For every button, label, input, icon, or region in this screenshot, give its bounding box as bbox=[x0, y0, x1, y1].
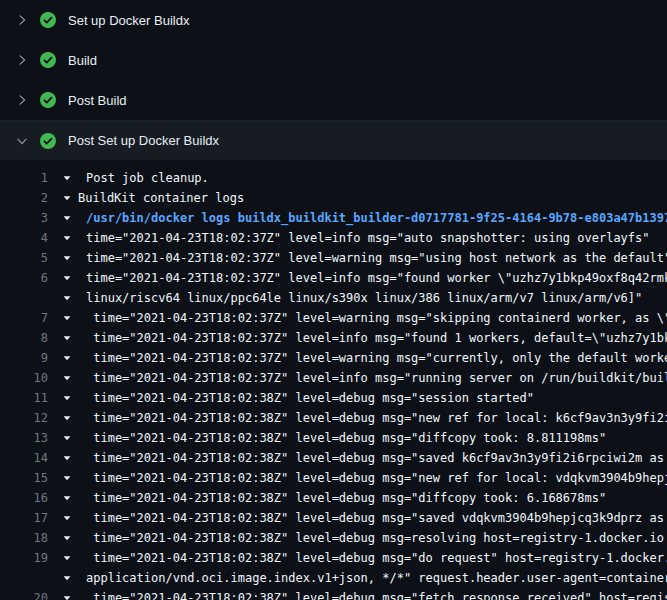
log-line-number[interactable]: 19 bbox=[0, 548, 48, 568]
chevron-right-icon bbox=[14, 52, 30, 68]
log-section-header[interactable]: Build bbox=[0, 40, 667, 80]
section-label: Post Set up Docker Buildx bbox=[68, 133, 219, 148]
log-line-text: time="2021-04-23T18:02:38Z" level=debug … bbox=[86, 588, 667, 600]
log-line: linux/riscv64 linux/ppc64le linux/s390x … bbox=[0, 288, 667, 308]
log-line-number[interactable]: 11 bbox=[0, 388, 48, 408]
log-line-number[interactable]: 16 bbox=[0, 488, 48, 508]
check-circle-icon bbox=[40, 133, 56, 149]
check-circle-icon bbox=[40, 92, 56, 108]
log-line: 10 time="2021-04-23T18:02:37Z" level=inf… bbox=[0, 368, 667, 388]
log-section-header[interactable]: Post Set up Docker Buildx bbox=[0, 120, 667, 160]
log-line: 11 time="2021-04-23T18:02:38Z" level=deb… bbox=[0, 388, 667, 408]
log-line-number[interactable]: 20 bbox=[0, 588, 48, 600]
chevron-right-icon bbox=[14, 92, 30, 108]
log-line-text: time="2021-04-23T18:02:37Z" level=info m… bbox=[86, 228, 650, 248]
log-line-number[interactable]: 5 bbox=[0, 248, 48, 268]
section-label: Build bbox=[68, 53, 97, 68]
log-line-number[interactable]: 15 bbox=[0, 468, 48, 488]
log-line-text: time="2021-04-23T18:02:38Z" level=debug … bbox=[86, 468, 667, 488]
log-line: 3 /usr/bin/docker logs buildx_buildkit_b… bbox=[0, 208, 667, 228]
log-line: 2 BuildKit container logs bbox=[0, 188, 667, 208]
log-group-caret-icon[interactable] bbox=[62, 353, 72, 363]
log-group-caret-icon[interactable] bbox=[62, 413, 72, 423]
log-line-text: time="2021-04-23T18:02:38Z" level=debug … bbox=[86, 428, 606, 448]
log-line-text: time="2021-04-23T18:02:37Z" level=warnin… bbox=[86, 248, 667, 268]
check-circle-icon bbox=[40, 12, 56, 28]
log-line-number[interactable]: 8 bbox=[0, 328, 48, 348]
log-line: 9 time="2021-04-23T18:02:37Z" level=warn… bbox=[0, 348, 667, 368]
log-line-number[interactable]: 3 bbox=[0, 208, 48, 228]
workflow-log-viewer: Set up Docker Buildx Build P bbox=[0, 0, 667, 600]
log-line: 17 time="2021-04-23T18:02:38Z" level=deb… bbox=[0, 508, 667, 528]
log-line-text: time="2021-04-23T18:02:38Z" level=debug … bbox=[86, 448, 667, 468]
log-line-number[interactable]: 2 bbox=[0, 188, 48, 208]
log-line-number[interactable]: 18 bbox=[0, 528, 48, 548]
chevron-down-icon bbox=[14, 133, 30, 149]
log-line-text: time="2021-04-23T18:02:38Z" level=debug … bbox=[86, 388, 534, 408]
log-group-caret-icon[interactable] bbox=[62, 293, 72, 303]
log-group-caret-icon[interactable] bbox=[62, 333, 72, 343]
section-label: Post Build bbox=[68, 93, 127, 108]
log-line: 15 time="2021-04-23T18:02:38Z" level=deb… bbox=[0, 468, 667, 488]
log-line-number[interactable]: 13 bbox=[0, 428, 48, 448]
log-line-text: time="2021-04-23T18:02:37Z" level=info m… bbox=[86, 268, 667, 288]
log-group-caret-icon[interactable] bbox=[62, 453, 72, 463]
log-line-text: time="2021-04-23T18:02:38Z" level=debug … bbox=[86, 488, 606, 508]
log-group-caret-icon[interactable] bbox=[62, 373, 72, 383]
log-line-text: linux/riscv64 linux/ppc64le linux/s390x … bbox=[86, 288, 642, 308]
log-line-text: time="2021-04-23T18:02:37Z" level=info m… bbox=[86, 368, 667, 388]
log-group-caret-icon[interactable] bbox=[62, 213, 72, 223]
log-line-number[interactable]: 17 bbox=[0, 508, 48, 528]
log-line: 6 time="2021-04-23T18:02:37Z" level=info… bbox=[0, 268, 667, 288]
log-line-text: time="2021-04-23T18:02:38Z" level=debug … bbox=[86, 548, 667, 568]
log-line: 14 time="2021-04-23T18:02:38Z" level=deb… bbox=[0, 448, 667, 468]
log-group-caret-icon[interactable] bbox=[62, 553, 72, 563]
log-line-number[interactable]: 10 bbox=[0, 368, 48, 388]
log-content: 1 Post job cleanup. 2 BuildKit container… bbox=[0, 160, 667, 600]
log-line-text: time="2021-04-23T18:02:38Z" level=debug … bbox=[86, 508, 667, 528]
log-line-number[interactable]: 4 bbox=[0, 228, 48, 248]
log-line: 1 Post job cleanup. bbox=[0, 168, 667, 188]
log-line: 8 time="2021-04-23T18:02:37Z" level=info… bbox=[0, 328, 667, 348]
log-group-caret-icon[interactable] bbox=[62, 393, 72, 403]
log-line-text: /usr/bin/docker logs buildx_buildkit_bui… bbox=[86, 208, 667, 228]
check-circle-icon bbox=[40, 52, 56, 68]
log-line: 19 time="2021-04-23T18:02:38Z" level=deb… bbox=[0, 548, 667, 568]
log-line: 13 time="2021-04-23T18:02:38Z" level=deb… bbox=[0, 428, 667, 448]
log-section-header[interactable]: Set up Docker Buildx bbox=[0, 0, 667, 40]
log-group-caret-icon[interactable] bbox=[62, 573, 72, 583]
log-line: application/vnd.oci.image.index.v1+json,… bbox=[0, 568, 667, 588]
log-line-text: time="2021-04-23T18:02:38Z" level=debug … bbox=[86, 528, 664, 548]
log-line-text: time="2021-04-23T18:02:37Z" level=warnin… bbox=[86, 348, 667, 368]
log-group-caret-icon[interactable] bbox=[62, 533, 72, 543]
log-group-caret-icon[interactable] bbox=[62, 513, 72, 523]
log-section-header[interactable]: Post Build bbox=[0, 80, 667, 120]
log-line: 20 time="2021-04-23T18:02:38Z" level=deb… bbox=[0, 588, 667, 600]
log-group-caret-icon[interactable] bbox=[62, 273, 72, 283]
log-line-number[interactable]: 7 bbox=[0, 308, 48, 328]
log-line-text: BuildKit container logs bbox=[78, 188, 244, 208]
log-line: 5 time="2021-04-23T18:02:37Z" level=warn… bbox=[0, 248, 667, 268]
log-group-caret-icon[interactable] bbox=[62, 193, 72, 203]
log-line: 18 time="2021-04-23T18:02:38Z" level=deb… bbox=[0, 528, 667, 548]
log-group-caret-icon[interactable] bbox=[62, 433, 72, 443]
log-line-number[interactable]: 1 bbox=[0, 168, 48, 188]
log-line-number[interactable]: 6 bbox=[0, 268, 48, 288]
log-line-text: time="2021-04-23T18:02:38Z" level=debug … bbox=[86, 408, 667, 428]
log-group-caret-icon[interactable] bbox=[62, 593, 72, 600]
log-line: 16 time="2021-04-23T18:02:38Z" level=deb… bbox=[0, 488, 667, 508]
log-line-text: time="2021-04-23T18:02:37Z" level=warnin… bbox=[86, 308, 667, 328]
log-line: 4 time="2021-04-23T18:02:37Z" level=info… bbox=[0, 228, 667, 248]
log-line-number[interactable]: 12 bbox=[0, 408, 48, 428]
log-group-caret-icon[interactable] bbox=[62, 313, 72, 323]
log-group-caret-icon[interactable] bbox=[62, 253, 72, 263]
log-line-text: Post job cleanup. bbox=[86, 168, 209, 188]
log-line-number[interactable]: 9 bbox=[0, 348, 48, 368]
log-group-caret-icon[interactable] bbox=[62, 473, 72, 483]
log-line-number[interactable]: 14 bbox=[0, 448, 48, 468]
log-line: 7 time="2021-04-23T18:02:37Z" level=warn… bbox=[0, 308, 667, 328]
log-group-caret-icon[interactable] bbox=[62, 173, 72, 183]
log-group-caret-icon[interactable] bbox=[62, 233, 72, 243]
chevron-right-icon bbox=[14, 12, 30, 28]
log-group-caret-icon[interactable] bbox=[62, 493, 72, 503]
